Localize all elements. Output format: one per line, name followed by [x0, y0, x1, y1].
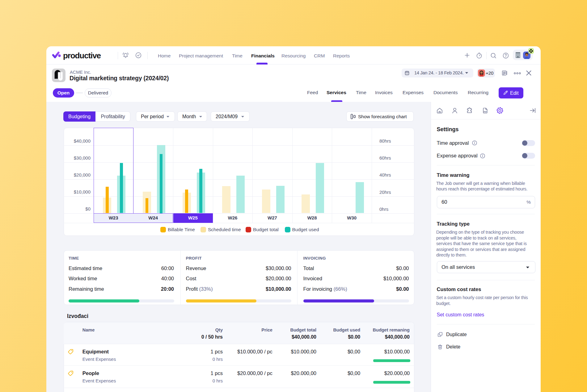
svg-text:PDF: PDF [484, 111, 487, 113]
